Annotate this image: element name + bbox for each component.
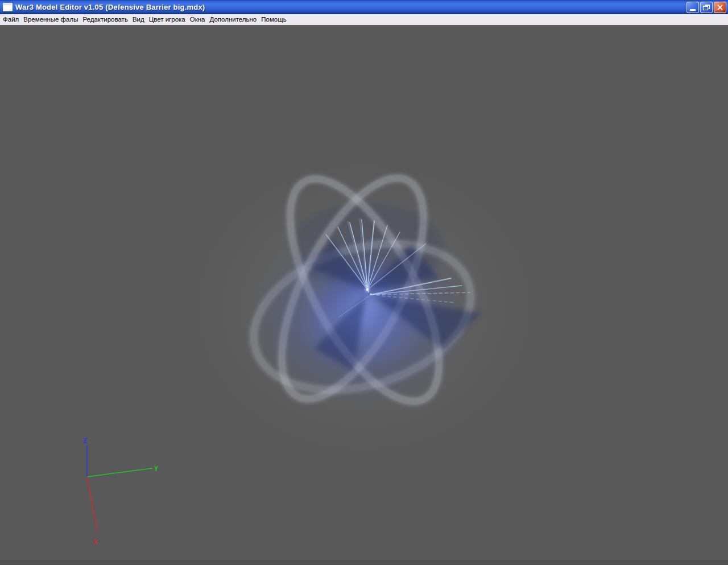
menubar: Файл Временные фалы Редактировать Вид Цв… xyxy=(0,14,728,25)
restore-button[interactable] xyxy=(700,2,713,13)
restore-down-icon xyxy=(703,5,710,10)
app-window-icon xyxy=(3,3,13,11)
model-viewport[interactable]: Z Y X xyxy=(0,25,728,565)
menu-item-view[interactable]: Вид xyxy=(130,15,147,24)
z-axis-label: Z xyxy=(83,437,87,445)
menu-item-help[interactable]: Помощь xyxy=(259,15,288,24)
menu-item-player-color[interactable]: Цвет игрока xyxy=(147,15,188,24)
viewport-render: Z Y X xyxy=(0,25,728,565)
menu-item-edit[interactable]: Редактировать xyxy=(80,15,130,24)
window-title: War3 Model Editor v1.05 (Defensive Barri… xyxy=(15,3,686,11)
window-controls: × xyxy=(686,2,726,13)
menu-item-windows[interactable]: Окна xyxy=(188,15,208,24)
x-axis-line xyxy=(87,477,97,531)
minimize-button[interactable] xyxy=(686,2,699,13)
menu-item-temporary-files[interactable]: Временные фалы xyxy=(21,15,80,24)
close-button[interactable]: × xyxy=(714,2,726,13)
y-axis-line xyxy=(87,468,152,477)
particle-effect-model xyxy=(196,158,532,451)
y-axis-label: Y xyxy=(154,465,159,473)
titlebar[interactable]: War3 Model Editor v1.05 (Defensive Barri… xyxy=(0,0,728,14)
axis-gizmo: Z Y X xyxy=(83,437,159,546)
minimize-icon xyxy=(690,9,696,11)
app-window: War3 Model Editor v1.05 (Defensive Barri… xyxy=(0,0,728,565)
menu-item-file[interactable]: Файл xyxy=(1,15,21,24)
x-axis-label: X xyxy=(93,538,98,546)
close-icon: × xyxy=(717,2,724,13)
menu-item-advanced[interactable]: Дополнительно xyxy=(208,15,259,24)
